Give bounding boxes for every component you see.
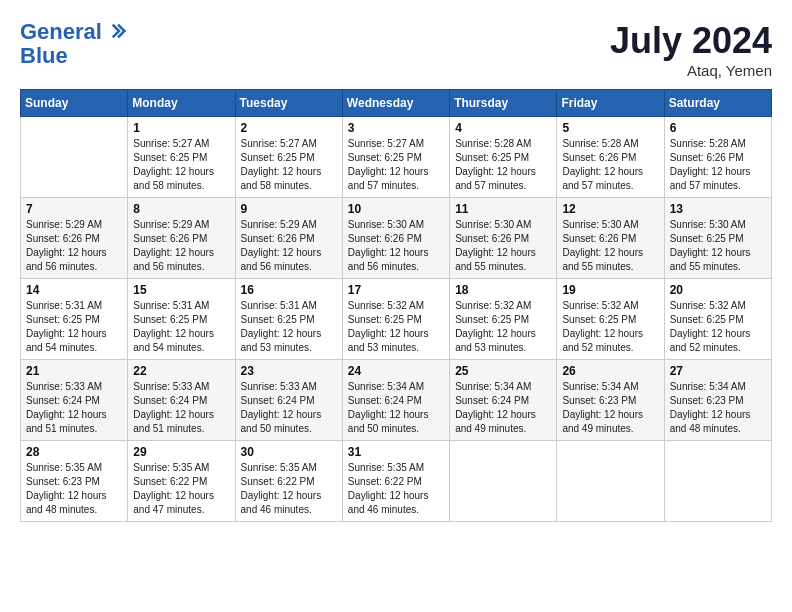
day-number: 24: [348, 364, 444, 378]
day-number: 14: [26, 283, 122, 297]
day-info: Sunrise: 5:29 AM Sunset: 6:26 PM Dayligh…: [133, 218, 229, 274]
day-number: 11: [455, 202, 551, 216]
day-number: 12: [562, 202, 658, 216]
calendar-day-cell: 17Sunrise: 5:32 AM Sunset: 6:25 PM Dayli…: [342, 279, 449, 360]
day-info: Sunrise: 5:27 AM Sunset: 6:25 PM Dayligh…: [241, 137, 337, 193]
calendar-day-cell: 9Sunrise: 5:29 AM Sunset: 6:26 PM Daylig…: [235, 198, 342, 279]
day-info: Sunrise: 5:29 AM Sunset: 6:26 PM Dayligh…: [26, 218, 122, 274]
calendar-day-cell: 10Sunrise: 5:30 AM Sunset: 6:26 PM Dayli…: [342, 198, 449, 279]
calendar-day-cell: 13Sunrise: 5:30 AM Sunset: 6:25 PM Dayli…: [664, 198, 771, 279]
day-info: Sunrise: 5:28 AM Sunset: 6:25 PM Dayligh…: [455, 137, 551, 193]
calendar-week-row: 21Sunrise: 5:33 AM Sunset: 6:24 PM Dayli…: [21, 360, 772, 441]
day-info: Sunrise: 5:31 AM Sunset: 6:25 PM Dayligh…: [133, 299, 229, 355]
day-info: Sunrise: 5:28 AM Sunset: 6:26 PM Dayligh…: [670, 137, 766, 193]
calendar-day-cell: 28Sunrise: 5:35 AM Sunset: 6:23 PM Dayli…: [21, 441, 128, 522]
day-number: 15: [133, 283, 229, 297]
calendar-day-cell: 19Sunrise: 5:32 AM Sunset: 6:25 PM Dayli…: [557, 279, 664, 360]
calendar-day-cell: 12Sunrise: 5:30 AM Sunset: 6:26 PM Dayli…: [557, 198, 664, 279]
calendar-day-cell: [450, 441, 557, 522]
day-info: Sunrise: 5:31 AM Sunset: 6:25 PM Dayligh…: [26, 299, 122, 355]
calendar-weekday-header: Friday: [557, 90, 664, 117]
day-info: Sunrise: 5:34 AM Sunset: 6:24 PM Dayligh…: [348, 380, 444, 436]
calendar-weekday-header: Wednesday: [342, 90, 449, 117]
calendar-day-cell: 16Sunrise: 5:31 AM Sunset: 6:25 PM Dayli…: [235, 279, 342, 360]
day-info: Sunrise: 5:35 AM Sunset: 6:22 PM Dayligh…: [348, 461, 444, 517]
calendar-day-cell: 6Sunrise: 5:28 AM Sunset: 6:26 PM Daylig…: [664, 117, 771, 198]
calendar-day-cell: 14Sunrise: 5:31 AM Sunset: 6:25 PM Dayli…: [21, 279, 128, 360]
day-info: Sunrise: 5:30 AM Sunset: 6:26 PM Dayligh…: [348, 218, 444, 274]
calendar-day-cell: 23Sunrise: 5:33 AM Sunset: 6:24 PM Dayli…: [235, 360, 342, 441]
calendar-table: SundayMondayTuesdayWednesdayThursdayFrid…: [20, 89, 772, 522]
title-block: July 2024 Ataq, Yemen: [610, 20, 772, 79]
day-info: Sunrise: 5:34 AM Sunset: 6:23 PM Dayligh…: [562, 380, 658, 436]
day-number: 19: [562, 283, 658, 297]
page-header: General Blue July 2024 Ataq, Yemen: [20, 20, 772, 79]
day-number: 10: [348, 202, 444, 216]
calendar-day-cell: 27Sunrise: 5:34 AM Sunset: 6:23 PM Dayli…: [664, 360, 771, 441]
day-info: Sunrise: 5:33 AM Sunset: 6:24 PM Dayligh…: [26, 380, 122, 436]
day-number: 23: [241, 364, 337, 378]
day-info: Sunrise: 5:35 AM Sunset: 6:22 PM Dayligh…: [241, 461, 337, 517]
day-info: Sunrise: 5:35 AM Sunset: 6:22 PM Dayligh…: [133, 461, 229, 517]
calendar-day-cell: 24Sunrise: 5:34 AM Sunset: 6:24 PM Dayli…: [342, 360, 449, 441]
calendar-day-cell: [664, 441, 771, 522]
day-info: Sunrise: 5:34 AM Sunset: 6:23 PM Dayligh…: [670, 380, 766, 436]
day-number: 27: [670, 364, 766, 378]
day-info: Sunrise: 5:30 AM Sunset: 6:25 PM Dayligh…: [670, 218, 766, 274]
day-info: Sunrise: 5:32 AM Sunset: 6:25 PM Dayligh…: [455, 299, 551, 355]
calendar-week-row: 7Sunrise: 5:29 AM Sunset: 6:26 PM Daylig…: [21, 198, 772, 279]
day-number: 13: [670, 202, 766, 216]
logo: General Blue: [20, 20, 128, 68]
calendar-header-row: SundayMondayTuesdayWednesdayThursdayFrid…: [21, 90, 772, 117]
calendar-day-cell: 2Sunrise: 5:27 AM Sunset: 6:25 PM Daylig…: [235, 117, 342, 198]
day-number: 5: [562, 121, 658, 135]
day-number: 4: [455, 121, 551, 135]
month-title: July 2024: [610, 20, 772, 62]
calendar-day-cell: 21Sunrise: 5:33 AM Sunset: 6:24 PM Dayli…: [21, 360, 128, 441]
calendar-day-cell: [21, 117, 128, 198]
calendar-weekday-header: Thursday: [450, 90, 557, 117]
day-info: Sunrise: 5:34 AM Sunset: 6:24 PM Dayligh…: [455, 380, 551, 436]
day-info: Sunrise: 5:35 AM Sunset: 6:23 PM Dayligh…: [26, 461, 122, 517]
calendar-day-cell: 22Sunrise: 5:33 AM Sunset: 6:24 PM Dayli…: [128, 360, 235, 441]
calendar-weekday-header: Monday: [128, 90, 235, 117]
calendar-day-cell: 1Sunrise: 5:27 AM Sunset: 6:25 PM Daylig…: [128, 117, 235, 198]
calendar-day-cell: 5Sunrise: 5:28 AM Sunset: 6:26 PM Daylig…: [557, 117, 664, 198]
calendar-day-cell: [557, 441, 664, 522]
day-number: 7: [26, 202, 122, 216]
day-number: 2: [241, 121, 337, 135]
day-info: Sunrise: 5:27 AM Sunset: 6:25 PM Dayligh…: [133, 137, 229, 193]
day-info: Sunrise: 5:28 AM Sunset: 6:26 PM Dayligh…: [562, 137, 658, 193]
calendar-weekday-header: Saturday: [664, 90, 771, 117]
calendar-weekday-header: Sunday: [21, 90, 128, 117]
day-info: Sunrise: 5:30 AM Sunset: 6:26 PM Dayligh…: [562, 218, 658, 274]
calendar-week-row: 1Sunrise: 5:27 AM Sunset: 6:25 PM Daylig…: [21, 117, 772, 198]
day-number: 3: [348, 121, 444, 135]
calendar-weekday-header: Tuesday: [235, 90, 342, 117]
location: Ataq, Yemen: [610, 62, 772, 79]
calendar-day-cell: 25Sunrise: 5:34 AM Sunset: 6:24 PM Dayli…: [450, 360, 557, 441]
day-number: 26: [562, 364, 658, 378]
day-number: 30: [241, 445, 337, 459]
day-number: 22: [133, 364, 229, 378]
calendar-day-cell: 8Sunrise: 5:29 AM Sunset: 6:26 PM Daylig…: [128, 198, 235, 279]
day-info: Sunrise: 5:32 AM Sunset: 6:25 PM Dayligh…: [670, 299, 766, 355]
day-number: 28: [26, 445, 122, 459]
calendar-day-cell: 30Sunrise: 5:35 AM Sunset: 6:22 PM Dayli…: [235, 441, 342, 522]
calendar-day-cell: 26Sunrise: 5:34 AM Sunset: 6:23 PM Dayli…: [557, 360, 664, 441]
calendar-week-row: 14Sunrise: 5:31 AM Sunset: 6:25 PM Dayli…: [21, 279, 772, 360]
calendar-day-cell: 3Sunrise: 5:27 AM Sunset: 6:25 PM Daylig…: [342, 117, 449, 198]
day-number: 9: [241, 202, 337, 216]
day-info: Sunrise: 5:32 AM Sunset: 6:25 PM Dayligh…: [348, 299, 444, 355]
day-number: 1: [133, 121, 229, 135]
day-number: 17: [348, 283, 444, 297]
calendar-day-cell: 18Sunrise: 5:32 AM Sunset: 6:25 PM Dayli…: [450, 279, 557, 360]
day-number: 20: [670, 283, 766, 297]
calendar-day-cell: 29Sunrise: 5:35 AM Sunset: 6:22 PM Dayli…: [128, 441, 235, 522]
day-number: 6: [670, 121, 766, 135]
day-info: Sunrise: 5:32 AM Sunset: 6:25 PM Dayligh…: [562, 299, 658, 355]
logo-text: General Blue: [20, 20, 128, 68]
day-info: Sunrise: 5:33 AM Sunset: 6:24 PM Dayligh…: [133, 380, 229, 436]
day-info: Sunrise: 5:31 AM Sunset: 6:25 PM Dayligh…: [241, 299, 337, 355]
day-number: 16: [241, 283, 337, 297]
